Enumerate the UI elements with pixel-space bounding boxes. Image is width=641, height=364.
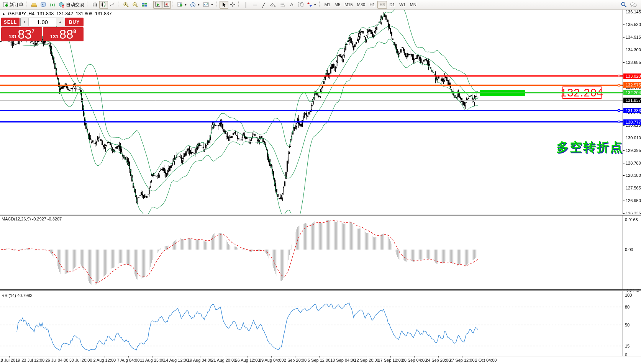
toolbar-separator — [319, 2, 321, 8]
timeframe-button-m15[interactable]: M15 — [343, 1, 354, 9]
red-resistance-line-handle[interactable] — [618, 75, 620, 77]
chart-shift-icon — [164, 2, 169, 7]
market-watch-button[interactable] — [30, 1, 39, 9]
timeframe-button-d1[interactable]: D1 — [387, 1, 397, 9]
auto-trading-label: 自动交易 — [66, 2, 84, 8]
line-chart-button[interactable] — [108, 1, 117, 9]
time-axis-tick — [224, 356, 224, 357]
time-axis: 18 Jul 201923 Jul 12:0026 Jul 04:0030 Ju… — [0, 356, 641, 364]
collapse-panel-icon[interactable]: ▲ — [2, 12, 5, 16]
time-axis-tick — [200, 356, 200, 357]
periods-button[interactable]: ▼ — [189, 1, 202, 9]
signals-button[interactable] — [48, 1, 57, 9]
tile-windows-button[interactable] — [140, 1, 149, 9]
price-tick-label: 130.010 — [623, 135, 641, 140]
metaeditor-button[interactable] — [39, 1, 48, 9]
text-tool[interactable]: A — [287, 1, 296, 9]
sell-price-display[interactable]: 131 83 7 — [1, 27, 42, 41]
candlestick-chart-button[interactable] — [99, 1, 108, 9]
time-axis-tick — [81, 356, 81, 357]
bar-chart-icon — [92, 2, 98, 7]
channel-tool[interactable]: E — [268, 1, 278, 9]
time-axis-tick — [248, 356, 248, 357]
time-axis-tick — [414, 356, 415, 357]
time-axis-tick — [9, 356, 10, 357]
arrows-tool[interactable]: ▼ — [305, 1, 318, 9]
blue-support-line-2-handle[interactable] — [618, 121, 620, 123]
chat-button[interactable] — [628, 1, 638, 9]
indicators-caret-icon: ▼ — [184, 3, 187, 6]
time-axis-tick — [367, 356, 367, 357]
pivot-annotation-text[interactable]: 多空转折点 — [556, 139, 623, 156]
vertical-line-tool[interactable]: │ — [242, 1, 251, 9]
panel-divider[interactable] — [0, 214, 641, 215]
green-pivot-line[interactable] — [0, 92, 623, 93]
arrows-icon — [307, 2, 312, 7]
vertical-line-icon: │ — [244, 2, 248, 7]
crosshair-button[interactable] — [228, 1, 237, 9]
price-tick-label: 134.300 — [623, 47, 641, 52]
chat-icon — [630, 2, 637, 8]
new-order-button[interactable]: 新订单 — [1, 1, 25, 9]
sell-button[interactable]: SELL — [1, 18, 20, 26]
search-button[interactable] — [619, 1, 628, 9]
ohlc-close: 131.837 — [95, 11, 111, 16]
red-resistance-line[interactable] — [0, 75, 623, 77]
toolbar-separator — [216, 2, 218, 8]
macd-scale-label: 0.00 — [625, 247, 641, 252]
text-label-tool[interactable]: T — [296, 1, 305, 9]
blue-support-line-1-handle[interactable] — [618, 109, 620, 112]
volume-increase-button[interactable]: ▲ — [56, 18, 64, 26]
symbol-header: ▲ GBPJPY-,H4 131.808 131.842 131.808 131… — [2, 11, 111, 16]
orange-resistance-line[interactable] — [0, 85, 623, 86]
rsi-scale-label: 100 — [625, 292, 641, 298]
panel-divider[interactable] — [0, 289, 641, 291]
price-tick-label: 128.780 — [623, 160, 641, 166]
time-axis-tick — [486, 356, 486, 357]
timeframe-button-mn[interactable]: MN — [408, 1, 418, 9]
rsi-scale-label: 15 — [625, 343, 641, 349]
toolbar-separator — [238, 2, 240, 8]
gold-ingot-icon — [31, 2, 37, 7]
buy-price-display[interactable]: 131 88 8 — [43, 27, 84, 41]
timeframe-button-m5[interactable]: M5 — [333, 1, 342, 9]
buy-button[interactable]: BUY — [65, 18, 84, 26]
zoom-in-button[interactable] — [121, 1, 131, 9]
indicators-icon — [177, 2, 183, 7]
price-tick-label: 135.530 — [623, 22, 641, 27]
time-axis-tick — [105, 356, 105, 357]
svg-text:T: T — [300, 3, 302, 7]
crosshair-icon — [230, 2, 236, 7]
template-icon — [203, 2, 209, 7]
timeframe-button-m30[interactable]: M30 — [355, 1, 367, 9]
timeframe-button-w1[interactable]: W1 — [397, 1, 408, 9]
templates-button[interactable]: ▼ — [202, 1, 215, 9]
auto-trading-button[interactable]: 自动交易 — [57, 1, 86, 9]
horizontal-line-tool[interactable]: ─ — [251, 1, 259, 9]
orange-resistance-line-handle[interactable] — [618, 84, 620, 87]
trendline-tool[interactable]: ╱ — [259, 1, 268, 9]
price-badge-red-resistance-line: 133.020 — [623, 73, 641, 79]
chart-shift-button[interactable] — [162, 1, 171, 9]
price-badge-blue-support-line-2: 130.777 — [623, 119, 641, 125]
volume-input[interactable]: 1.00 — [29, 18, 56, 26]
time-axis-tick — [271, 356, 272, 357]
auto-scroll-button[interactable] — [153, 1, 162, 9]
rsi-indicator-chart[interactable] — [0, 291, 623, 356]
cursor-button[interactable] — [220, 1, 228, 9]
timeframe-button-h1[interactable]: H1 — [367, 1, 377, 9]
timeframe-button-m1[interactable]: M1 — [323, 1, 332, 9]
blue-support-line-1[interactable] — [0, 110, 623, 111]
bar-chart-button[interactable] — [90, 1, 99, 9]
indicators-button[interactable]: ▼ — [175, 1, 189, 9]
fibonacci-tool[interactable]: F — [278, 1, 287, 9]
time-axis-tick — [319, 356, 320, 357]
macd-indicator-chart[interactable] — [0, 216, 623, 289]
volume-decrease-button[interactable]: ▼ — [21, 18, 29, 26]
price-tick-label: 128.180 — [623, 173, 641, 178]
zoom-out-button[interactable] — [131, 1, 140, 9]
blue-support-line-2[interactable] — [0, 121, 623, 122]
timeframe-button-h4[interactable]: H4 — [377, 1, 387, 9]
candlestick-chart[interactable] — [0, 10, 623, 214]
time-axis-tick — [295, 356, 295, 357]
